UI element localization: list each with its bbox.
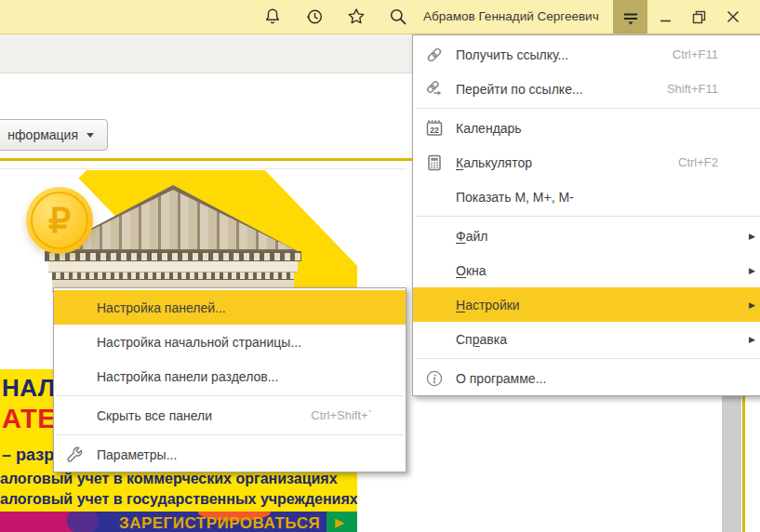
label-text: Перейти по ссылке... <box>456 82 583 97</box>
ruble-sign: ₽ <box>31 192 88 249</box>
submenu-arrow-icon: ▶ <box>749 335 755 344</box>
information-dropdown-button[interactable]: нформация <box>0 119 108 151</box>
purple-shape <box>67 512 99 532</box>
label-text: Календарь <box>456 121 522 136</box>
shortcut-label: Ctrl+F2 <box>678 155 718 169</box>
vertical-scrollbar[interactable] <box>722 396 741 532</box>
info-icon <box>413 368 456 389</box>
close-icon <box>722 6 744 28</box>
menu-separator <box>56 434 404 435</box>
information-button-label: нформация <box>7 127 78 142</box>
menu-item-sections-panel-setup[interactable]: Настройка панели разделов... <box>54 359 406 393</box>
minimize-button[interactable] <box>651 0 681 33</box>
building-band <box>48 261 298 273</box>
building-cornice <box>45 251 301 261</box>
building-dentils <box>52 273 294 280</box>
bell-icon[interactable] <box>261 6 284 28</box>
register-strip[interactable]: ЗАРЕГИСТРИРОВАТЬСЯ ▶ <box>0 512 357 532</box>
menu-separator <box>415 216 760 217</box>
register-arrow-icon: ▶ <box>335 515 344 529</box>
search-icon[interactable] <box>387 6 409 28</box>
calendar-icon: 22 <box>413 118 456 139</box>
menu-item-show-m[interactable]: Показать М, М+, М- <box>413 180 760 214</box>
menu-item-calendar[interactable]: 22Календарь <box>413 111 760 145</box>
menu-item-start-page-setup[interactable]: Настройка начальной страницы... <box>54 325 406 359</box>
yellow-panel-edge <box>742 396 745 532</box>
label-text: Получить ссылку... <box>456 47 568 62</box>
ruble-coin: ₽ <box>26 187 93 254</box>
banner-subtitle: – разр <box>2 446 54 465</box>
register-button-label[interactable]: ЗАРЕГИСТРИРОВАТЬСЯ <box>119 514 320 532</box>
link-icon <box>413 45 456 65</box>
goto-link-icon <box>413 79 456 100</box>
access-key: О <box>456 263 466 278</box>
menu-separator <box>415 358 760 359</box>
label-text: алькулятор <box>463 155 532 170</box>
label-text: О программе... <box>456 371 546 386</box>
label-text: астройки <box>465 298 520 313</box>
banner-text-line-2: алоговый учет в государственных учрежден… <box>0 491 357 508</box>
menu-item-label: Получить ссылку... <box>456 47 568 62</box>
banner-text-line-1: алоговый учет в коммерческих организация… <box>0 471 338 487</box>
label-text: Показать М, М+, М- <box>456 190 574 205</box>
menu-item-hide-all-panels[interactable]: Скрыть все панелиCtrl+Shift+` <box>54 398 406 432</box>
menu-item-panels-setup[interactable]: Настройка панелей... <box>54 290 406 325</box>
minimize-icon <box>655 6 677 28</box>
menu-item-about[interactable]: О программе... <box>413 361 760 395</box>
label-text: Параметры... <box>97 447 177 462</box>
menu-item-settings[interactable]: Настройки▶ <box>413 287 760 322</box>
current-user-label[interactable]: Абрамов Геннадий Сергеевич <box>423 0 599 33</box>
history-icon[interactable] <box>303 6 326 28</box>
menu-separator <box>56 395 404 396</box>
access-key: Н <box>456 298 465 313</box>
menu-item-label: Файл <box>456 229 487 244</box>
label-text: Сп <box>456 332 473 347</box>
menu-item-label: Настройки <box>456 298 520 313</box>
menu-item-label: Настройка панелей... <box>97 300 226 315</box>
menu-item-label: Настройка панели разделов... <box>97 369 278 384</box>
menu-item-label: Справка <box>456 332 507 347</box>
menu-item-label: Календарь <box>456 121 522 136</box>
main-menu-dropdown: Получить ссылку...Ctrl+F11Перейти по ссы… <box>412 34 760 396</box>
shortcut-label: Ctrl+Shift+` <box>311 408 372 422</box>
menu-item-help[interactable]: Справка▶ <box>413 322 760 356</box>
chevron-down-icon <box>87 133 94 138</box>
calculator-icon <box>413 153 456 173</box>
restore-icon <box>688 6 711 28</box>
label-text: авка <box>480 332 507 347</box>
label-text: Скрыть все панели <box>97 408 212 423</box>
shortcut-label: Shift+F11 <box>667 82 718 96</box>
menu-item-calculator[interactable]: КалькуляторCtrl+F2 <box>413 145 760 180</box>
menu-separator <box>415 108 760 109</box>
menu-item-get-link[interactable]: Получить ссылку...Ctrl+F11 <box>413 37 760 72</box>
close-button[interactable] <box>718 0 748 33</box>
restore-button[interactable] <box>685 0 714 33</box>
menu-item-label: Параметры... <box>97 447 177 462</box>
label-text: кна <box>466 263 487 278</box>
star-icon[interactable] <box>345 6 367 28</box>
banner-headline-1: НАЛ <box>2 374 56 403</box>
label-text: Настройка начальной страницы... <box>97 335 301 350</box>
calendar-day-number: 22 <box>430 125 439 134</box>
menu-item-label: Настройка начальной страницы... <box>97 335 301 350</box>
menu-item-label: Показать М, М+, М- <box>456 190 574 205</box>
label-text: айл <box>466 229 488 244</box>
submenu-arrow-icon: ▶ <box>749 232 755 241</box>
menu-item-label: Окна <box>456 263 487 278</box>
menu-item-file[interactable]: Файл▶ <box>413 219 760 253</box>
window-titlebar: Абрамов Геннадий Сергеевич <box>0 0 760 34</box>
menu-item-parameters[interactable]: Параметры... <box>54 437 406 472</box>
access-key: Ф <box>456 229 466 244</box>
main-menu-button[interactable] <box>613 0 647 33</box>
menu-item-windows[interactable]: Окна▶ <box>413 253 760 287</box>
label-text: Настройка панели разделов... <box>97 369 278 384</box>
shortcut-label: Ctrl+F11 <box>673 47 718 61</box>
panels-settings-submenu: Настройка панелей...Настройка начальной … <box>53 287 407 472</box>
submenu-arrow-icon: ▶ <box>749 266 755 275</box>
access-key: р <box>473 332 480 347</box>
menu-item-label: Скрыть все панели <box>97 408 212 423</box>
menu-item-label: Калькулятор <box>456 155 532 170</box>
menu-item-go-to-link[interactable]: Перейти по ссылке...Shift+F11 <box>413 72 760 106</box>
wrench-icon <box>54 445 97 465</box>
label-text: Настройка панелей... <box>97 300 226 315</box>
